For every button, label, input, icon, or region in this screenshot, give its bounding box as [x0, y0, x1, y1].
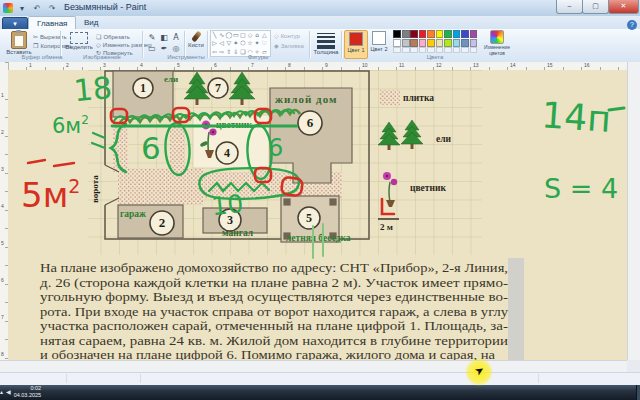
redo-button[interactable]: ↷ [46, 3, 58, 14]
clock-date: 04.03.2025 [14, 392, 42, 399]
resize-button[interactable]: ◇Изменить размер [96, 41, 152, 48]
color1-button[interactable]: Цвет 1 [344, 30, 368, 59]
ruler-number: 6 [214, 62, 217, 68]
ruler-number: 4 [1, 203, 4, 209]
vertical-scrollbar[interactable]: ▲ ▼ [627, 62, 640, 360]
shape-3[interactable]: ▭ [232, 31, 239, 39]
palette-swatch[interactable] [453, 39, 461, 47]
ruler-number: 6 [1, 277, 4, 283]
palette-swatch[interactable] [419, 39, 427, 47]
shape-10[interactable]: ▽ [225, 39, 232, 47]
palette-empty-slot[interactable] [461, 47, 469, 52]
palette-swatch[interactable] [436, 30, 444, 38]
palette-swatch[interactable] [427, 39, 435, 47]
palette-swatch[interactable] [419, 30, 427, 38]
shape-1[interactable]: ∿ [218, 31, 225, 39]
label-legend-flowerbed: цветник [410, 183, 446, 193]
palette-empty-slot[interactable] [427, 47, 435, 52]
palette-swatch[interactable] [461, 39, 469, 47]
window-title: Безымянный - Paint [64, 2, 146, 12]
crop-button[interactable]: ❏Обрезать [96, 33, 130, 40]
palette-swatch[interactable] [393, 39, 401, 47]
palette-empty-slot[interactable] [470, 47, 478, 52]
status-bar: ＋ ▭ ▭ 35,59 × 22,25 см 200% ⊖ ⊕ [0, 372, 640, 386]
fill-tool[interactable]: ◧ [158, 32, 170, 43]
palette-empty-slot[interactable] [444, 47, 452, 52]
palette-empty-slot[interactable] [410, 47, 418, 52]
palette-empty-slot[interactable] [419, 47, 427, 52]
svg-text:5: 5 [306, 211, 312, 225]
thickness-button[interactable]: Толщина [313, 31, 339, 55]
edit-colors-icon [490, 30, 504, 44]
shape-0[interactable]: ╲ [211, 31, 218, 39]
shape-14[interactable]: ✦ [254, 39, 261, 47]
magnifier-tool[interactable]: ◎ [170, 43, 182, 54]
brush-icon [191, 31, 202, 43]
shape-5[interactable]: ◇ [246, 31, 253, 39]
tab-view[interactable]: Вид [76, 16, 106, 29]
palette-swatch[interactable] [461, 30, 469, 38]
eraser-tool[interactable]: ▭ [146, 43, 158, 54]
palette-swatch[interactable] [470, 30, 478, 38]
tab-home[interactable]: Главная [28, 16, 76, 30]
shape-15[interactable]: ♡ [261, 39, 268, 47]
palette-empty-slot[interactable] [402, 47, 410, 52]
paint-canvas[interactable]: ели жилой дом цветник гараж мангал летня… [8, 70, 627, 360]
undo-button[interactable]: ↶ [31, 3, 43, 14]
select-icon [70, 32, 88, 44]
palette-empty-slot[interactable] [393, 47, 401, 52]
shape-7[interactable]: △ [261, 31, 268, 39]
palette-empty-slot[interactable] [453, 47, 461, 52]
ruler-number: 2 [66, 62, 69, 68]
palette-swatch[interactable] [402, 39, 410, 47]
paste-button[interactable]: Вставить [4, 31, 34, 55]
palette-swatch[interactable] [436, 39, 444, 47]
hw-10: 10 [210, 189, 245, 221]
label-house: жилой дом [275, 93, 337, 105]
palette-swatch[interactable] [410, 30, 418, 38]
show-desktop-button[interactable] [636, 385, 640, 400]
palette-swatch[interactable] [453, 30, 461, 38]
palette-swatch[interactable] [402, 30, 410, 38]
palette-swatch[interactable] [427, 30, 435, 38]
picker-tool[interactable]: ✒ [158, 43, 170, 54]
palette-swatch[interactable] [393, 30, 401, 38]
palette-swatch[interactable] [444, 39, 452, 47]
shape-6[interactable]: ⌂ [254, 31, 261, 39]
close-button[interactable]: ✕ [608, 0, 639, 14]
fill-button[interactable]: ◆Заливка [274, 42, 304, 49]
brushes-button[interactable]: Кисти [186, 31, 206, 48]
text-tool[interactable]: A [170, 32, 182, 43]
shape-9[interactable]: ◁ [218, 39, 225, 47]
outline-button[interactable]: ◇Контур [274, 32, 300, 39]
ruler-number: 7 [1, 314, 4, 320]
help-icon[interactable]: ? [627, 20, 637, 30]
shape-13[interactable]: ☆ [246, 39, 253, 47]
shape-8[interactable]: ▷ [211, 39, 218, 47]
maximize-button[interactable]: ▢ [582, 0, 609, 14]
tray-expand-icon[interactable]: ▴ [0, 388, 3, 395]
color2-button[interactable]: Цвет 2 [368, 30, 390, 57]
palette-empty-slot[interactable] [436, 47, 444, 52]
ruler-number: 5 [177, 62, 180, 68]
palette-swatch[interactable] [410, 39, 418, 47]
ruler-number: 4 [140, 62, 143, 68]
shape-11[interactable]: ✶ [232, 39, 239, 47]
edit-colors-button[interactable]: Изменение цветов [482, 30, 512, 56]
shape-12[interactable]: ⬡ [239, 39, 246, 47]
text-line: и обозначен на плане цифрой 6. Помимо га… [40, 347, 495, 360]
ruler-number: 13 [473, 62, 479, 68]
select-button[interactable]: Выделить [63, 32, 95, 50]
palette-swatch[interactable] [444, 30, 452, 38]
cut-button[interactable]: ✂Вырезать [33, 33, 67, 40]
group-separator [309, 31, 310, 58]
save-button[interactable]: ▾ [16, 3, 28, 14]
taskbar-clock[interactable]: 0:02 04.03.2025 [14, 385, 42, 398]
volume-icon[interactable]: ◀ [6, 388, 11, 395]
minimize-button[interactable]: – [556, 0, 583, 14]
ruler-number: 8 [1, 351, 4, 357]
palette-swatch[interactable] [470, 39, 478, 47]
shape-4[interactable]: ▢ [239, 31, 246, 39]
shape-2[interactable]: ◯ [225, 31, 232, 39]
pencil-tool[interactable]: ✎ [146, 32, 158, 43]
